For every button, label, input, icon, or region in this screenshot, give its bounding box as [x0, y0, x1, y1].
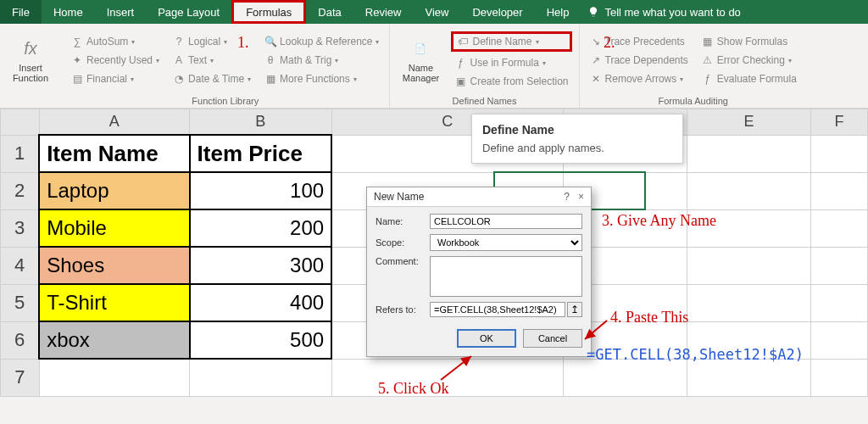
- cell-e2[interactable]: [687, 172, 810, 209]
- tab-formulas[interactable]: Formulas: [231, 0, 306, 24]
- cell-a4[interactable]: Shoes: [39, 247, 189, 284]
- tab-home[interactable]: Home: [42, 0, 95, 24]
- use-in-formula-button[interactable]: ƒUse in Formula▾: [451, 55, 571, 70]
- lookup-icon: 🔍: [264, 36, 276, 47]
- refers-to-input[interactable]: [430, 302, 565, 317]
- comment-textarea[interactable]: [430, 256, 582, 297]
- cell-b6[interactable]: 500: [190, 321, 332, 359]
- cell-f6[interactable]: [811, 321, 868, 359]
- cell-f7[interactable]: [811, 359, 868, 396]
- dialog-help-button[interactable]: ?: [564, 191, 570, 203]
- row-header-6[interactable]: 6: [1, 321, 40, 359]
- text-button[interactable]: AText▾: [170, 53, 254, 68]
- range-picker-button[interactable]: ↥: [567, 302, 582, 317]
- menubar: File Home Insert Page Layout Formulas Da…: [0, 0, 868, 24]
- cell-b2[interactable]: 100: [190, 172, 332, 209]
- theta-icon: θ: [264, 54, 276, 66]
- row-header-2[interactable]: 2: [1, 172, 40, 209]
- cell-b3[interactable]: 200: [190, 209, 332, 247]
- cell-b1[interactable]: Item Price: [190, 135, 332, 172]
- tab-developer[interactable]: Developer: [460, 0, 534, 24]
- cell-a5[interactable]: T-Shirt: [39, 284, 189, 321]
- tell-me-label: Tell me what you want to do: [604, 6, 740, 19]
- more-functions-button[interactable]: ▦More Functions▾: [261, 71, 382, 86]
- name-manager-button[interactable]: 📄 Name Manager: [397, 27, 444, 93]
- tab-page-layout[interactable]: Page Layout: [146, 0, 231, 24]
- cell-a2[interactable]: Laptop: [39, 172, 189, 209]
- row-header-5[interactable]: 5: [1, 284, 40, 321]
- math-trig-button[interactable]: θMath & Trig▾: [261, 53, 382, 68]
- show-formulas-button[interactable]: ▦Show Formulas: [698, 34, 800, 49]
- trace-dependents-button[interactable]: ↗Trace Dependents: [587, 53, 692, 68]
- tab-file[interactable]: File: [0, 0, 42, 24]
- cell-f4[interactable]: [811, 247, 868, 284]
- cell-e1[interactable]: [687, 135, 810, 172]
- scope-select[interactable]: Workbook: [430, 234, 582, 251]
- tab-help[interactable]: Help: [535, 0, 581, 24]
- tooltip-body: Define and apply names.: [482, 142, 672, 154]
- tab-data[interactable]: Data: [306, 0, 353, 24]
- recent-icon: ✦: [71, 54, 83, 66]
- trace-precedents-button[interactable]: ↘Trace Precedents: [587, 34, 692, 49]
- error-checking-button[interactable]: ⚠Error Checking▾: [698, 53, 800, 68]
- select-all-triangle[interactable]: [1, 109, 40, 136]
- autosum-button[interactable]: ∑AutoSum▾: [68, 34, 163, 49]
- financial-button[interactable]: ▤Financial▾: [68, 71, 163, 86]
- cell-b7[interactable]: [190, 359, 332, 396]
- cell-e5[interactable]: [687, 284, 810, 321]
- cell-d7[interactable]: [563, 359, 687, 396]
- remove-arrows-button[interactable]: ✕Remove Arrows▾: [587, 71, 692, 86]
- cell-e3[interactable]: [687, 209, 810, 247]
- row-header-3[interactable]: 3: [1, 209, 40, 247]
- clock-icon: ◔: [173, 73, 185, 85]
- tell-me-search[interactable]: Tell me what you want to do: [587, 0, 740, 24]
- logical-button[interactable]: ?Logical▾: [170, 34, 254, 49]
- cell-a6[interactable]: xbox: [39, 321, 189, 359]
- tab-review[interactable]: Review: [353, 0, 414, 24]
- dialog-close-button[interactable]: ×: [578, 191, 584, 203]
- col-header-a[interactable]: A: [39, 109, 189, 136]
- error-icon: ⚠: [702, 54, 714, 66]
- show-formulas-icon: ▦: [702, 36, 714, 47]
- cell-b5[interactable]: 400: [190, 284, 332, 321]
- group-defined-names: 📄 Name Manager 🏷Define Name▾ ƒUse in For…: [390, 24, 579, 108]
- cell-a7[interactable]: [39, 359, 189, 396]
- fx-icon: fx: [19, 37, 42, 61]
- row-header-4[interactable]: 4: [1, 247, 40, 284]
- tab-view[interactable]: View: [413, 0, 460, 24]
- more-icon: ▦: [264, 73, 276, 85]
- cancel-button[interactable]: Cancel: [523, 329, 582, 348]
- cell-b4[interactable]: 300: [190, 247, 332, 284]
- formula-icon: ƒ: [454, 57, 466, 69]
- cell-a3[interactable]: Mobile: [39, 209, 189, 247]
- lookup-button[interactable]: 🔍Lookup & Reference▾: [261, 34, 382, 49]
- date-time-button[interactable]: ◔Date & Time▾: [170, 71, 254, 86]
- group-label-defined-names: Defined Names: [397, 93, 571, 106]
- ok-button[interactable]: OK: [457, 329, 516, 348]
- cell-a1[interactable]: Item Name: [39, 135, 189, 172]
- row-header-1[interactable]: 1: [1, 135, 40, 172]
- name-manager-icon: 📄: [409, 37, 432, 61]
- recently-used-button[interactable]: ✦Recently Used▾: [68, 53, 163, 68]
- define-name-button[interactable]: 🏷Define Name▾: [451, 31, 571, 52]
- cell-e6[interactable]: [687, 321, 810, 359]
- name-input[interactable]: [430, 214, 582, 229]
- cell-f3[interactable]: [811, 209, 868, 247]
- cell-e7[interactable]: [687, 359, 810, 396]
- evaluate-formula-button[interactable]: ƒEvaluate Formula: [698, 71, 800, 86]
- ribbon: fx Insert Function ∑AutoSum▾ ✦Recently U…: [0, 24, 868, 109]
- precedent-icon: ↘: [590, 36, 602, 47]
- insert-function-button[interactable]: fx Insert Function: [7, 27, 54, 93]
- dependent-icon: ↗: [590, 54, 602, 66]
- row-header-7[interactable]: 7: [1, 359, 40, 396]
- tab-insert[interactable]: Insert: [95, 0, 147, 24]
- col-header-f[interactable]: F: [811, 109, 868, 136]
- col-header-b[interactable]: B: [190, 109, 332, 136]
- cell-e4[interactable]: [687, 247, 810, 284]
- create-from-selection-button[interactable]: ▣Create from Selection: [451, 74, 571, 89]
- cell-f5[interactable]: [811, 284, 868, 321]
- cell-c7[interactable]: [331, 359, 563, 396]
- cell-f2[interactable]: [811, 172, 868, 209]
- col-header-e[interactable]: E: [687, 109, 810, 136]
- cell-f1[interactable]: [811, 135, 868, 172]
